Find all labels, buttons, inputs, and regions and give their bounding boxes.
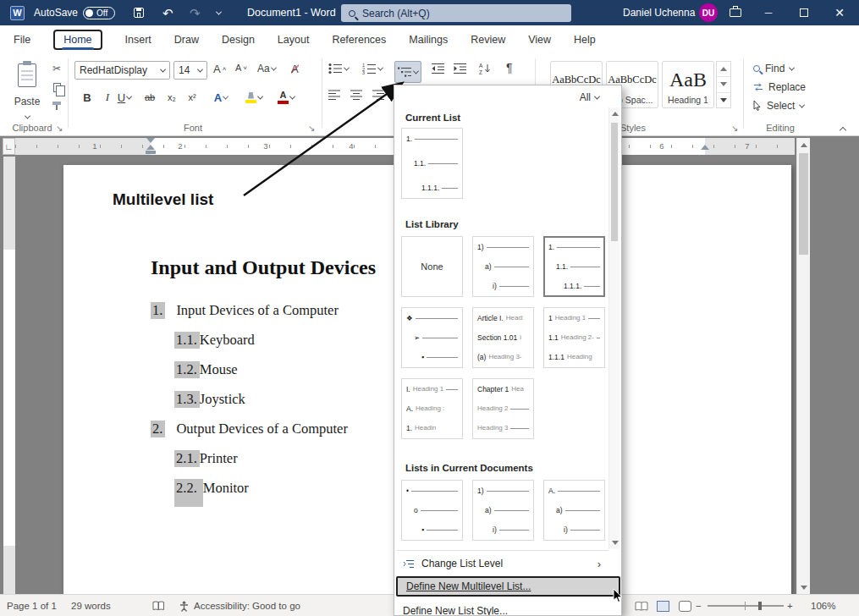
right-indent-marker[interactable] [701,145,709,150]
tab-mailings[interactable]: Mailings [409,34,448,46]
copy-button[interactable] [49,80,64,95]
word-count[interactable]: 29 words [71,595,111,616]
app-logo[interactable]: W [10,0,25,25]
toolbar-options-button[interactable] [217,0,221,25]
list-item-1[interactable]: 1.Input Devices of a Computer [151,302,339,319]
sort-button[interactable]: AZ [479,63,492,74]
font-size-combo[interactable]: 14 [173,61,207,80]
web-layout-button[interactable] [679,595,691,616]
meet-now-button[interactable] [730,0,741,25]
minimize-button[interactable]: ─ [751,0,786,25]
vertical-scrollbar[interactable] [796,138,810,594]
bullets-button[interactable] [328,63,349,74]
library-item-decimal-selected[interactable]: 1.1.1.1.1.1. [543,236,605,297]
user-name[interactable]: Daniel Uchenna [623,0,695,25]
library-item-bullets[interactable]: ❖➢▪ [401,307,463,368]
library-item-roman-headings[interactable]: I.Heading 1A.Heading :1.Headin [401,378,463,439]
select-button[interactable]: Select [753,100,804,112]
library-item-chapter-headings[interactable]: Chapter 1HeaHeading 2Heading 3 [472,378,534,439]
tab-references[interactable]: References [332,34,386,46]
accessibility-status[interactable]: Accessibility: Good to go [179,595,300,616]
styles-scroll-down[interactable] [717,77,730,92]
increase-indent-button[interactable] [454,63,467,74]
styles-scroll-up[interactable] [717,62,730,77]
underline-button[interactable]: U [117,88,132,107]
change-case-button[interactable]: Aa [257,63,276,74]
list-item-2[interactable]: 2.Output Devices of a Computer [151,421,348,437]
save-button[interactable] [134,0,144,25]
tab-help[interactable]: Help [574,34,596,46]
subscript-button[interactable]: x₂ [164,88,179,107]
scroll-down-button[interactable] [797,580,810,594]
numbering-button[interactable]: 123 [362,63,383,74]
grow-font-button[interactable]: A˄ [213,63,226,75]
collapse-ribbon-button[interactable] [840,124,845,135]
library-item-paren[interactable]: 1)a)i) [472,236,534,297]
zoom-level[interactable]: 106% [811,595,835,616]
list-item-2-2[interactable]: 2.2.Monitor [174,480,249,497]
redo-button[interactable]: ↷ [190,0,201,25]
strikethrough-button[interactable]: ab [142,88,157,107]
tab-design[interactable]: Design [222,34,255,46]
zoom-out-button[interactable]: − [696,595,702,616]
close-button[interactable]: ✕ [822,0,857,25]
first-line-indent-marker[interactable] [146,138,155,143]
tab-layout[interactable]: Layout [278,34,310,46]
superscript-button[interactable]: x² [184,88,200,107]
library-item-numbered-headings[interactable]: 1Heading 11.1Heading 2-1.1.1Heading [543,307,605,368]
zoom-slider-track[interactable] [708,605,784,607]
tab-review[interactable]: Review [471,34,505,46]
dropdown-scrollbar-thumb[interactable] [611,123,618,241]
document-heading[interactable]: Input and Output Devices [151,256,376,279]
proofing-status[interactable] [152,595,165,616]
library-item-article-section[interactable]: Article I.Head:Section 1.01i(a)Heading 3… [472,307,534,368]
clear-formatting-button[interactable]: A [291,63,299,75]
library-item-none[interactable]: None [401,236,463,297]
tab-view[interactable]: View [528,34,551,46]
list-item-1-1[interactable]: 1.1.Keyboard [174,332,255,349]
tab-draw[interactable]: Draw [174,34,199,46]
list-item-2-1[interactable]: 2.1.Printer [174,450,238,467]
format-painter-button[interactable] [49,98,64,113]
decrease-indent-button[interactable] [432,63,445,74]
tab-stop-selector[interactable]: ∟ [3,138,15,155]
current-doc-item-bullets[interactable]: •o▪ [401,480,463,541]
find-button[interactable]: Find [753,63,794,74]
align-left-button[interactable] [328,90,341,101]
multilevel-list-button[interactable] [394,61,421,83]
list-item-1-2[interactable]: 1.2.Mouse [174,361,238,378]
avatar[interactable]: DU [699,3,718,22]
autosave-toggle[interactable]: AutoSave Off [34,0,115,25]
zoom-slider-thumb[interactable] [758,602,762,610]
current-doc-item-paren[interactable]: 1)a)i) [472,480,534,541]
align-right-button[interactable] [372,90,385,101]
hanging-indent-marker[interactable] [146,145,155,150]
clipboard-dialog-launcher[interactable]: ↘ [56,124,63,133]
print-layout-button[interactable] [657,595,669,616]
current-doc-item-alpha[interactable]: A.a)i) [543,480,605,541]
search-input[interactable]: Search (Alt+Q) [341,4,571,22]
define-new-list-style-item[interactable]: Define New List Style... [396,602,609,616]
show-formatting-button[interactable]: ¶ [506,61,513,74]
tab-home[interactable]: Home [53,30,102,50]
paste-button[interactable]: Paste [8,59,46,122]
list-item-1-3[interactable]: 1.3.Joystick [174,391,245,408]
styles-gallery-more[interactable] [717,93,730,107]
text-effects-button[interactable]: A [213,88,229,107]
maximize-button[interactable] [786,0,822,25]
scrollbar-thumb[interactable] [799,153,808,255]
font-dialog-launcher[interactable]: ↘ [308,124,315,133]
define-new-multilevel-list-item[interactable]: Define New Multilevel List... [396,576,620,597]
left-indent-marker[interactable] [146,151,156,154]
read-mode-button[interactable] [635,595,648,616]
current-list-preview[interactable]: 1.1.1.1.1.1. [401,128,463,199]
cut-button[interactable]: ✂ [49,61,64,76]
undo-button[interactable]: ↶ [162,0,173,25]
style-heading1[interactable]: AaB Heading 1 [662,61,714,108]
zoom-in-button[interactable]: + [787,595,793,616]
bold-button[interactable]: B [80,88,95,107]
tab-insert[interactable]: Insert [125,34,151,46]
shrink-font-button[interactable]: A˅ [235,63,247,73]
tab-file[interactable]: File [14,34,30,46]
font-color-button[interactable]: A [278,88,295,107]
